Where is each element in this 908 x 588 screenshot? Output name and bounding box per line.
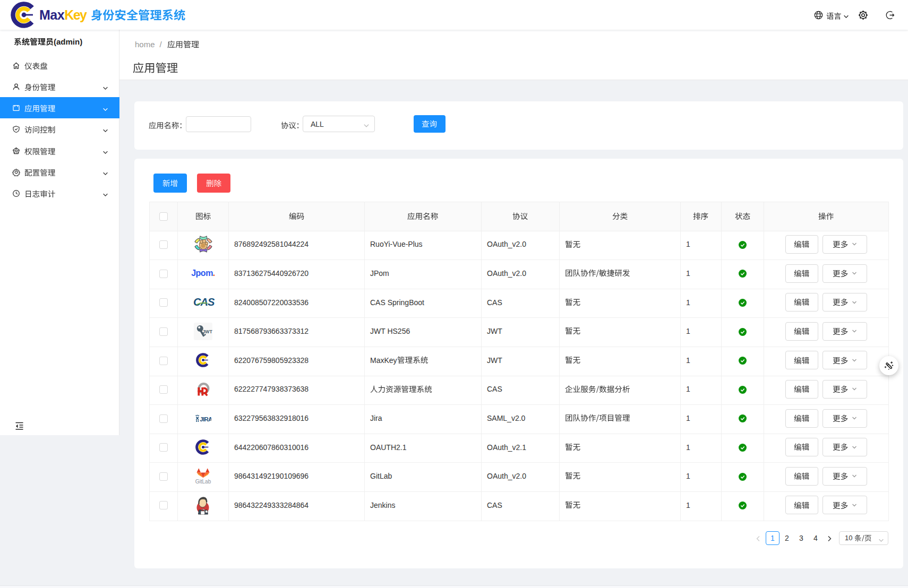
svg-text:JWT: JWT <box>202 329 212 334</box>
svg-text:JIRA: JIRA <box>200 416 211 422</box>
